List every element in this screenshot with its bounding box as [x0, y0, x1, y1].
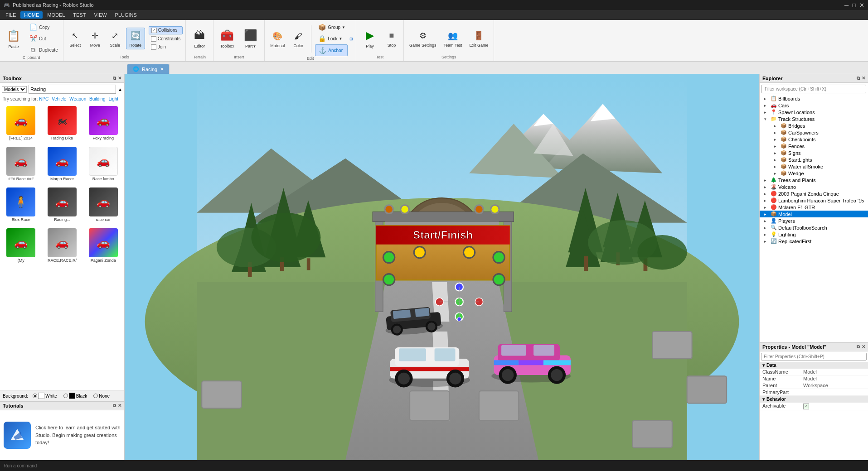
toolbox-item-10[interactable]: 🚗RACE,RACE,R/: [43, 226, 82, 264]
game-settings-button[interactable]: ⚙ Game Settings: [407, 28, 439, 49]
tree-item-3[interactable]: ▾ 📁 Track Structures: [760, 115, 868, 122]
bg-white-option[interactable]: White: [31, 392, 59, 399]
lock-button[interactable]: 🔒 Lock ▼: [315, 33, 348, 44]
toolbox-close-button[interactable]: ✕: [118, 76, 121, 81]
toolbox-item-2[interactable]: 🚗Foxy racing: [84, 104, 122, 142]
edit-expand-arrow[interactable]: ⊞: [349, 37, 353, 41]
toolbox-item-6[interactable]: 🧍Blox Race: [2, 186, 40, 224]
toolbox-item-5[interactable]: 🚗Race lambo: [84, 145, 122, 183]
constraints-button[interactable]: Constraints: [149, 35, 183, 43]
toolbox-category-select[interactable]: Models: [2, 86, 27, 93]
tree-item-14[interactable]: ▸ 🔴 2009 Pagani Zonda Cinque: [760, 190, 868, 197]
bg-black-option[interactable]: Black: [62, 392, 89, 399]
tree-item-4[interactable]: ▸ 📦 Bridges: [760, 122, 868, 129]
close-button[interactable]: ✕: [859, 2, 864, 9]
tree-item-15[interactable]: ▸ 🔴 Lamborghini Huracan Super Trofeo '15: [760, 197, 868, 204]
tree-item-9[interactable]: ▸ 📦 StartLights: [760, 156, 868, 163]
tree-item-11[interactable]: ▸ 📦 Wedge: [760, 170, 868, 177]
tree-item-17[interactable]: ▸ 📦 Model: [760, 211, 868, 217]
toolbox-search-row: Models ▲: [0, 83, 124, 96]
paste-button[interactable]: 📋 Paste: [3, 23, 24, 54]
tree-item-2[interactable]: ▸ 📍 SpawnLocations: [760, 109, 868, 115]
explorer-close-button[interactable]: ✕: [862, 76, 865, 81]
tab-racing[interactable]: 🌐 Racing ✕: [127, 64, 170, 74]
toolbox-item-11[interactable]: 🚗Pagani Zonda: [84, 226, 122, 264]
toolbox-item-thumb-2: 🚗: [89, 106, 118, 135]
tree-item-5[interactable]: ▸ 📦 CarSpawners: [760, 129, 868, 136]
tree-item-10[interactable]: ▸ 📦 WaterfallSmoke: [760, 163, 868, 170]
tree-item-20[interactable]: ▸ 💡 Lighting: [760, 231, 868, 238]
toolbox-item-8[interactable]: 🚗race car: [84, 186, 122, 224]
properties-float-button[interactable]: ⧉: [857, 344, 860, 350]
exit-game-button[interactable]: 🚪 Exit Game: [466, 28, 491, 49]
toolbox-float-button[interactable]: ⧉: [113, 76, 116, 81]
tree-item-18[interactable]: ▸ 👤 Players: [760, 217, 868, 224]
toolbox-item-9[interactable]: 🚗(My: [2, 226, 40, 264]
play-button[interactable]: ▶ Play: [359, 23, 381, 54]
tutorials-close-button[interactable]: ✕: [118, 403, 121, 409]
tree-item-7[interactable]: ▸ 📦 Fences: [760, 143, 868, 149]
tree-item-6[interactable]: ▸ 📦 Checkpoints: [760, 136, 868, 143]
terrain-editor-button[interactable]: 🏔 Editor: [189, 23, 210, 54]
tree-item-13[interactable]: ▸ 🌋 Volcano: [760, 183, 868, 190]
tree-item-21[interactable]: ▸ 🔄 ReplicatedFirst: [760, 238, 868, 245]
select-button[interactable]: ↖ Select: [66, 28, 84, 49]
tab-close-button[interactable]: ✕: [160, 67, 164, 72]
team-test-button[interactable]: 👥 Team Test: [441, 28, 465, 49]
scale-button[interactable]: ⤢ Scale: [106, 28, 124, 49]
cut-button[interactable]: ✂️ Cut: [26, 33, 60, 44]
tree-item-1[interactable]: ▸ 🚗 Cars: [760, 102, 868, 109]
toolbox-item-0[interactable]: 🚗[FREE] 2014: [2, 104, 40, 142]
toolbox-scroll-up[interactable]: ▲: [118, 87, 122, 92]
collisions-button[interactable]: ✓ Collisions: [149, 26, 183, 34]
filter-vehicle[interactable]: Vehicle: [52, 96, 66, 101]
app-icon: 🎮: [4, 2, 10, 8]
tree-item-0[interactable]: ▸ 📋 Billboards: [760, 95, 868, 102]
toolbox-item-1[interactable]: 🏍Racing Bike: [43, 104, 82, 142]
join-button[interactable]: Join: [149, 43, 183, 51]
group-button[interactable]: 📦 Group ▼: [315, 22, 348, 33]
toolbox-item-4[interactable]: 🚗Morph Racer: [43, 145, 82, 183]
menu-model[interactable]: MODEL: [44, 11, 68, 19]
tutorials-content[interactable]: Click here to learn and get started with…: [0, 410, 124, 460]
anchor-button[interactable]: ⚓ Anchor: [315, 44, 348, 56]
color-button[interactable]: 🖌 Color: [289, 29, 307, 49]
part-button[interactable]: ⬛ Part ▼: [240, 23, 262, 54]
bg-none-option[interactable]: None: [92, 393, 112, 399]
toolbox-item-thumb-9: 🚗: [6, 228, 35, 257]
properties-close-button[interactable]: ✕: [862, 344, 865, 350]
tree-item-19[interactable]: ▸ 🔍 DefaultToolboxSearch: [760, 224, 868, 231]
explorer-search-input[interactable]: [761, 85, 866, 93]
toolbox-button[interactable]: 🧰 Toolbox: [216, 23, 238, 54]
tutorials-float-button[interactable]: ⧉: [113, 403, 116, 409]
prop-section-arrow-0: ▾: [762, 363, 765, 368]
toolbox-search-input[interactable]: [29, 85, 116, 94]
filter-weapon[interactable]: Weapon: [69, 96, 86, 101]
move-button[interactable]: ✛ Move: [86, 28, 104, 49]
properties-search-input[interactable]: [761, 353, 867, 360]
explorer-float-button[interactable]: ⧉: [857, 76, 860, 81]
menu-file[interactable]: FILE: [2, 11, 19, 19]
menu-test[interactable]: TEST: [69, 11, 89, 19]
command-input[interactable]: [4, 463, 864, 468]
tree-item-8[interactable]: ▸ 📦 Signs: [760, 149, 868, 156]
play-icon: ▶: [363, 28, 377, 43]
stop-button[interactable]: ■ Stop: [383, 28, 401, 49]
menu-plugins[interactable]: PLUGINS: [112, 11, 141, 19]
menu-view[interactable]: VIEW: [90, 11, 110, 19]
minimize-button[interactable]: ─: [844, 2, 849, 9]
rotate-button[interactable]: 🔄 Rotate: [126, 28, 145, 49]
filter-light[interactable]: Light: [108, 96, 118, 101]
toolbox-item-7[interactable]: 🚗Racing...: [43, 186, 82, 224]
filter-npc[interactable]: NPC: [39, 96, 48, 101]
tree-item-16[interactable]: ▸ 🔴 Mclaren F1 GTR: [760, 204, 868, 211]
tree-item-12[interactable]: ▸ 🌲 Trees and Plants: [760, 177, 868, 183]
duplicate-button[interactable]: ⧉ Duplicate: [26, 44, 60, 55]
maximize-button[interactable]: □: [852, 2, 856, 9]
material-button[interactable]: 🎨 Material: [267, 29, 287, 49]
filter-building[interactable]: Building: [89, 96, 106, 101]
viewport[interactable]: Start/Finish: [125, 74, 759, 460]
toolbox-item-3[interactable]: 🚗### Race ###: [2, 145, 40, 183]
copy-button[interactable]: 📄 Copy: [26, 22, 60, 33]
menu-home[interactable]: HOME: [20, 11, 43, 19]
